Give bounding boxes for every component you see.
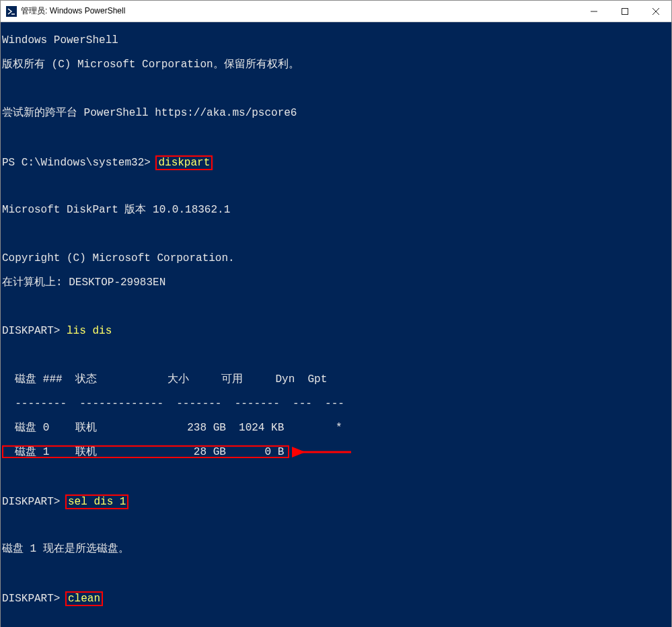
- highlight-box-clean: clean: [65, 591, 103, 606]
- text-line: Microsoft DiskPart 版本 10.0.18362.1: [2, 204, 671, 216]
- powershell-window: 管理员: Windows PowerShell Windows PowerShe…: [0, 0, 672, 627]
- prompt-line: PS C:\Windows\system32> diskpart: [2, 155, 671, 168]
- text-line: 磁盘 1 现在是所选磁盘。: [2, 543, 671, 555]
- table-row: 磁盘 0 联机 238 GB 1024 KB *: [2, 422, 671, 434]
- maximize-button[interactable]: [609, 1, 640, 22]
- table-header: 磁盘 ### 状态 大小 可用 Dyn Gpt: [2, 373, 671, 385]
- cmd-diskpart: diskpart: [158, 157, 210, 169]
- highlight-box-diskpart: diskpart: [155, 155, 213, 170]
- prompt-line: DISKPART> clean: [2, 591, 671, 603]
- text-line: 尝试新的跨平台 PowerShell https://aka.ms/pscore…: [2, 107, 671, 119]
- terminal-output[interactable]: Windows PowerShell 版权所有 (C) Microsoft Co…: [1, 22, 671, 627]
- cmd-lisdis: lis dis: [67, 325, 112, 337]
- powershell-icon: [6, 6, 17, 17]
- diskpart-prompt: DISKPART>: [2, 593, 67, 605]
- text-line: 版权所有 (C) Microsoft Corporation。保留所有权利。: [2, 59, 671, 71]
- cmd-seldis1: sel dis 1: [68, 496, 126, 508]
- cmd-clean: clean: [68, 593, 100, 605]
- svg-rect-3: [622, 8, 628, 14]
- table-row: 磁盘 1 联机 28 GB 0 B: [2, 446, 671, 458]
- text-line: 在计算机上: DESKTOP-29983EN: [2, 276, 671, 289]
- diskpart-prompt: DISKPART>: [2, 325, 67, 337]
- titlebar[interactable]: 管理员: Windows PowerShell: [1, 1, 671, 22]
- table-divider: -------- ------------- ------- ------- -…: [2, 398, 671, 410]
- prompt-line: DISKPART> sel dis 1: [2, 494, 671, 507]
- window-title: 管理员: Windows PowerShell: [21, 5, 125, 17]
- minimize-button[interactable]: [578, 1, 609, 22]
- prompt-line: DISKPART> lis dis: [2, 325, 671, 337]
- highlight-box-seldis: sel dis 1: [65, 494, 128, 509]
- diskpart-prompt: DISKPART>: [2, 496, 67, 508]
- prompt-path: PS C:\Windows\system32>: [2, 157, 157, 169]
- text-line: Windows PowerShell: [2, 34, 671, 46]
- text-line: Copyright (C) Microsoft Corporation.: [2, 252, 671, 264]
- close-button[interactable]: [640, 1, 671, 22]
